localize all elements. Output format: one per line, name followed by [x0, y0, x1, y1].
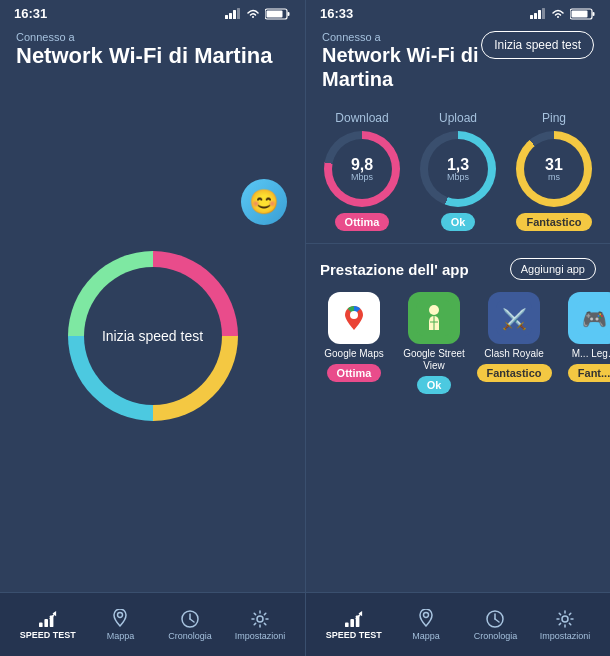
left-network-name: Network Wi-Fi di Martina — [16, 43, 289, 69]
right-wifi-icon — [550, 8, 566, 19]
svg-line-15 — [190, 619, 194, 622]
left-nav-impostazioni[interactable]: Impostazioni — [235, 609, 286, 641]
left-nav-label-mappa: Mappa — [107, 631, 135, 641]
google-maps-name: Google Maps — [324, 348, 383, 360]
speed-test-ring[interactable]: Inizia speed test — [68, 251, 238, 421]
right-clock-icon — [485, 609, 505, 629]
download-gauge-inner: 9,8 Mbps — [332, 139, 392, 199]
svg-rect-20 — [542, 8, 545, 19]
ping-unit: ms — [548, 173, 560, 182]
svg-rect-8 — [44, 619, 48, 627]
right-gear-icon — [555, 609, 575, 629]
speed-test-label: Inizia speed test — [102, 328, 203, 344]
svg-rect-1 — [229, 13, 232, 19]
right-time: 16:33 — [320, 6, 353, 21]
gear-icon — [250, 609, 270, 629]
svg-text:⚔️: ⚔️ — [502, 307, 527, 331]
google-street-view-badge: Ok — [417, 376, 452, 394]
spacer — [306, 402, 610, 592]
metrics-row: Download 9,8 Mbps Ottima Upload 1,3 Mbps… — [306, 101, 610, 239]
right-nav-label-cronologia: Cronologia — [474, 631, 518, 641]
upload-gauge: 1,3 Mbps — [420, 131, 496, 207]
download-badge: Ottima — [335, 213, 390, 231]
upload-label: Upload — [439, 111, 477, 125]
divider — [306, 243, 610, 244]
ping-value: 31 — [545, 157, 563, 173]
right-nav-label-mappa: Mappa — [412, 631, 440, 641]
download-metric: Download 9,8 Mbps Ottima — [324, 111, 400, 231]
ping-label: Ping — [542, 111, 566, 125]
right-nav-cronologia[interactable]: Cronologia — [470, 609, 520, 641]
svg-rect-33 — [350, 619, 354, 627]
left-nav-cronologia[interactable]: Cronologia — [165, 609, 215, 641]
right-nav-impostazioni[interactable]: Impostazioni — [540, 609, 591, 641]
more-app-icon: 🎮 — [568, 292, 610, 344]
start-speed-test-button[interactable]: Inizia speed test — [481, 31, 594, 59]
app-google-maps[interactable]: Google Maps Ottima — [320, 292, 388, 394]
google-street-view-name: Google Street View — [400, 348, 468, 372]
left-nav-label-speed: SPEED TEST — [20, 630, 76, 640]
right-bottom-nav: SPEED TEST Mappa Cronologia Impo — [306, 592, 610, 656]
wifi-icon — [245, 8, 261, 19]
right-battery-icon — [570, 8, 596, 20]
app-more[interactable]: 🎮 M... Leg... Fant... — [560, 292, 610, 394]
right-header: Connesso a Network Wi-Fi di Martina Iniz… — [306, 25, 610, 101]
ping-gauge-inner: 31 ms — [524, 139, 584, 199]
svg-rect-19 — [538, 10, 541, 19]
right-speed-test-nav-icon — [343, 610, 365, 628]
left-nav-label-impostazioni: Impostazioni — [235, 631, 286, 641]
clash-royale-badge: Fantastico — [477, 364, 552, 382]
google-maps-badge: Ottima — [327, 364, 382, 382]
left-panel: 16:31 Connesso a Network Wi-Fi di Martin — [0, 0, 305, 656]
app-perf-title: Prestazione dell' app — [320, 261, 469, 278]
right-status-icons — [530, 8, 596, 20]
right-nav-label-impostazioni: Impostazioni — [540, 631, 591, 641]
right-panel: 16:33 Connesso a Network Wi-Fi — [305, 0, 610, 656]
download-label: Download — [335, 111, 388, 125]
more-app-name: M... Leg... — [572, 348, 610, 360]
upload-metric: Upload 1,3 Mbps Ok — [420, 111, 496, 231]
left-connected-label: Connesso a — [16, 31, 289, 43]
ping-badge: Fantastico — [516, 213, 591, 231]
map-icon — [111, 609, 129, 629]
more-app-badge: Fant... — [568, 364, 610, 382]
svg-rect-18 — [534, 13, 537, 19]
left-time: 16:31 — [14, 6, 47, 21]
app-google-street-view[interactable]: Google Street View Ok — [400, 292, 468, 394]
right-nav-mappa[interactable]: Mappa — [401, 609, 451, 641]
svg-point-41 — [562, 616, 568, 622]
svg-point-25 — [350, 311, 358, 319]
upload-gauge-inner: 1,3 Mbps — [428, 139, 488, 199]
left-header: Connesso a Network Wi-Fi di Martina — [0, 25, 305, 79]
right-nav-speed-test[interactable]: SPEED TEST — [326, 610, 382, 640]
app-perf-header: Prestazione dell' app Aggiungi app — [306, 248, 610, 286]
right-signal-icon — [530, 8, 546, 19]
clock-icon — [180, 609, 200, 629]
svg-rect-0 — [225, 15, 228, 19]
signal-icon — [225, 8, 241, 19]
mascot-icon: 😊 — [241, 179, 287, 225]
svg-rect-7 — [39, 622, 43, 627]
left-main-area: Inizia speed test 😊 — [0, 79, 305, 592]
left-nav-speed-test[interactable]: SPEED TEST — [20, 610, 76, 640]
svg-point-12 — [118, 612, 123, 617]
svg-line-40 — [495, 619, 499, 622]
right-status-bar: 16:33 — [306, 0, 610, 25]
svg-rect-2 — [233, 10, 236, 19]
svg-point-27 — [429, 305, 439, 315]
svg-rect-3 — [237, 8, 240, 19]
right-map-icon — [417, 609, 435, 629]
svg-rect-5 — [288, 12, 290, 16]
upload-badge: Ok — [441, 213, 476, 231]
add-app-button[interactable]: Aggiungi app — [510, 258, 596, 280]
svg-point-37 — [424, 612, 429, 617]
app-list: Google Maps Ottima Google Street View Ok — [306, 286, 610, 402]
download-value: 9,8 — [351, 157, 373, 173]
svg-point-16 — [257, 616, 263, 622]
svg-rect-23 — [572, 10, 588, 17]
clash-royale-name: Clash Royale — [484, 348, 543, 360]
left-nav-mappa[interactable]: Mappa — [95, 609, 145, 641]
svg-text:🎮: 🎮 — [582, 307, 607, 331]
app-clash-royale[interactable]: ⚔️ Clash Royale Fantastico — [480, 292, 548, 394]
upload-unit: Mbps — [447, 173, 469, 182]
